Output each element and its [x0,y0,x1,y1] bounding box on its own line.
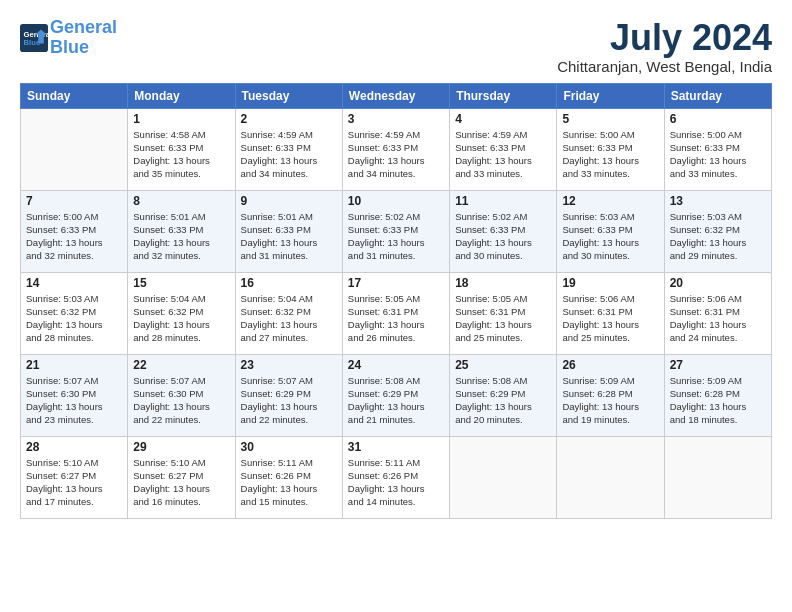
cell-info: Sunrise: 5:05 AMSunset: 6:31 PMDaylight:… [455,292,551,345]
day-number: 27 [670,358,766,372]
cell-info: Sunrise: 5:01 AMSunset: 6:33 PMDaylight:… [133,210,229,263]
cell-info: Sunrise: 5:11 AMSunset: 6:26 PMDaylight:… [241,456,337,509]
month-title: July 2024 [557,18,772,58]
day-number: 2 [241,112,337,126]
cell-info: Sunrise: 5:07 AMSunset: 6:29 PMDaylight:… [241,374,337,427]
cell-info: Sunrise: 5:02 AMSunset: 6:33 PMDaylight:… [455,210,551,263]
calendar-header-row: SundayMondayTuesdayWednesdayThursdayFrid… [21,83,772,108]
calendar-cell: 8Sunrise: 5:01 AMSunset: 6:33 PMDaylight… [128,190,235,272]
cell-info: Sunrise: 4:59 AMSunset: 6:33 PMDaylight:… [455,128,551,181]
day-number: 18 [455,276,551,290]
calendar-cell: 19Sunrise: 5:06 AMSunset: 6:31 PMDayligh… [557,272,664,354]
calendar-cell: 4Sunrise: 4:59 AMSunset: 6:33 PMDaylight… [450,108,557,190]
cell-info: Sunrise: 5:11 AMSunset: 6:26 PMDaylight:… [348,456,444,509]
calendar-cell: 14Sunrise: 5:03 AMSunset: 6:32 PMDayligh… [21,272,128,354]
calendar-cell: 3Sunrise: 4:59 AMSunset: 6:33 PMDaylight… [342,108,449,190]
day-number: 23 [241,358,337,372]
cell-info: Sunrise: 5:01 AMSunset: 6:33 PMDaylight:… [241,210,337,263]
logo: General Blue General Blue [20,18,117,58]
logo-text: General Blue [50,18,117,58]
calendar-week-2: 7Sunrise: 5:00 AMSunset: 6:33 PMDaylight… [21,190,772,272]
day-number: 17 [348,276,444,290]
cell-info: Sunrise: 5:07 AMSunset: 6:30 PMDaylight:… [133,374,229,427]
day-number: 16 [241,276,337,290]
cell-info: Sunrise: 5:05 AMSunset: 6:31 PMDaylight:… [348,292,444,345]
calendar-cell: 13Sunrise: 5:03 AMSunset: 6:32 PMDayligh… [664,190,771,272]
calendar-cell: 2Sunrise: 4:59 AMSunset: 6:33 PMDaylight… [235,108,342,190]
header-cell-sunday: Sunday [21,83,128,108]
header-cell-tuesday: Tuesday [235,83,342,108]
cell-info: Sunrise: 5:09 AMSunset: 6:28 PMDaylight:… [670,374,766,427]
logo-icon: General Blue [20,24,48,52]
calendar-cell: 11Sunrise: 5:02 AMSunset: 6:33 PMDayligh… [450,190,557,272]
cell-info: Sunrise: 5:10 AMSunset: 6:27 PMDaylight:… [26,456,122,509]
calendar-cell: 17Sunrise: 5:05 AMSunset: 6:31 PMDayligh… [342,272,449,354]
calendar-cell: 6Sunrise: 5:00 AMSunset: 6:33 PMDaylight… [664,108,771,190]
day-number: 24 [348,358,444,372]
cell-info: Sunrise: 4:58 AMSunset: 6:33 PMDaylight:… [133,128,229,181]
cell-info: Sunrise: 5:04 AMSunset: 6:32 PMDaylight:… [241,292,337,345]
day-number: 26 [562,358,658,372]
cell-info: Sunrise: 5:10 AMSunset: 6:27 PMDaylight:… [133,456,229,509]
calendar-week-5: 28Sunrise: 5:10 AMSunset: 6:27 PMDayligh… [21,436,772,518]
day-number: 21 [26,358,122,372]
cell-info: Sunrise: 5:03 AMSunset: 6:32 PMDaylight:… [670,210,766,263]
header: General Blue General Blue July 2024 Chit… [20,18,772,75]
calendar-cell: 30Sunrise: 5:11 AMSunset: 6:26 PMDayligh… [235,436,342,518]
day-number: 1 [133,112,229,126]
cell-info: Sunrise: 4:59 AMSunset: 6:33 PMDaylight:… [241,128,337,181]
day-number: 6 [670,112,766,126]
day-number: 12 [562,194,658,208]
logo-line2: Blue [50,37,89,57]
cell-info: Sunrise: 5:08 AMSunset: 6:29 PMDaylight:… [455,374,551,427]
logo-line1: General [50,17,117,37]
day-number: 9 [241,194,337,208]
cell-info: Sunrise: 5:03 AMSunset: 6:32 PMDaylight:… [26,292,122,345]
calendar-cell: 26Sunrise: 5:09 AMSunset: 6:28 PMDayligh… [557,354,664,436]
calendar-cell [450,436,557,518]
day-number: 20 [670,276,766,290]
calendar-cell: 16Sunrise: 5:04 AMSunset: 6:32 PMDayligh… [235,272,342,354]
calendar-cell: 21Sunrise: 5:07 AMSunset: 6:30 PMDayligh… [21,354,128,436]
header-cell-monday: Monday [128,83,235,108]
calendar-cell [21,108,128,190]
location: Chittaranjan, West Bengal, India [557,58,772,75]
calendar-week-3: 14Sunrise: 5:03 AMSunset: 6:32 PMDayligh… [21,272,772,354]
day-number: 15 [133,276,229,290]
cell-info: Sunrise: 5:03 AMSunset: 6:33 PMDaylight:… [562,210,658,263]
cell-info: Sunrise: 5:08 AMSunset: 6:29 PMDaylight:… [348,374,444,427]
day-number: 3 [348,112,444,126]
header-cell-thursday: Thursday [450,83,557,108]
calendar-cell: 20Sunrise: 5:06 AMSunset: 6:31 PMDayligh… [664,272,771,354]
day-number: 14 [26,276,122,290]
calendar-week-4: 21Sunrise: 5:07 AMSunset: 6:30 PMDayligh… [21,354,772,436]
calendar-cell: 29Sunrise: 5:10 AMSunset: 6:27 PMDayligh… [128,436,235,518]
page-container: General Blue General Blue July 2024 Chit… [0,0,792,529]
calendar-cell: 27Sunrise: 5:09 AMSunset: 6:28 PMDayligh… [664,354,771,436]
calendar-body: 1Sunrise: 4:58 AMSunset: 6:33 PMDaylight… [21,108,772,518]
day-number: 19 [562,276,658,290]
day-number: 25 [455,358,551,372]
calendar-cell: 9Sunrise: 5:01 AMSunset: 6:33 PMDaylight… [235,190,342,272]
header-cell-saturday: Saturday [664,83,771,108]
calendar-cell: 15Sunrise: 5:04 AMSunset: 6:32 PMDayligh… [128,272,235,354]
day-number: 8 [133,194,229,208]
calendar-table: SundayMondayTuesdayWednesdayThursdayFrid… [20,83,772,519]
calendar-cell: 25Sunrise: 5:08 AMSunset: 6:29 PMDayligh… [450,354,557,436]
day-number: 29 [133,440,229,454]
day-number: 28 [26,440,122,454]
cell-info: Sunrise: 5:00 AMSunset: 6:33 PMDaylight:… [26,210,122,263]
cell-info: Sunrise: 5:02 AMSunset: 6:33 PMDaylight:… [348,210,444,263]
day-number: 13 [670,194,766,208]
cell-info: Sunrise: 5:04 AMSunset: 6:32 PMDaylight:… [133,292,229,345]
calendar-cell: 1Sunrise: 4:58 AMSunset: 6:33 PMDaylight… [128,108,235,190]
cell-info: Sunrise: 5:00 AMSunset: 6:33 PMDaylight:… [670,128,766,181]
calendar-week-1: 1Sunrise: 4:58 AMSunset: 6:33 PMDaylight… [21,108,772,190]
cell-info: Sunrise: 5:07 AMSunset: 6:30 PMDaylight:… [26,374,122,427]
calendar-cell: 5Sunrise: 5:00 AMSunset: 6:33 PMDaylight… [557,108,664,190]
cell-info: Sunrise: 5:06 AMSunset: 6:31 PMDaylight:… [670,292,766,345]
day-number: 10 [348,194,444,208]
calendar-cell: 22Sunrise: 5:07 AMSunset: 6:30 PMDayligh… [128,354,235,436]
day-number: 31 [348,440,444,454]
calendar-cell: 12Sunrise: 5:03 AMSunset: 6:33 PMDayligh… [557,190,664,272]
